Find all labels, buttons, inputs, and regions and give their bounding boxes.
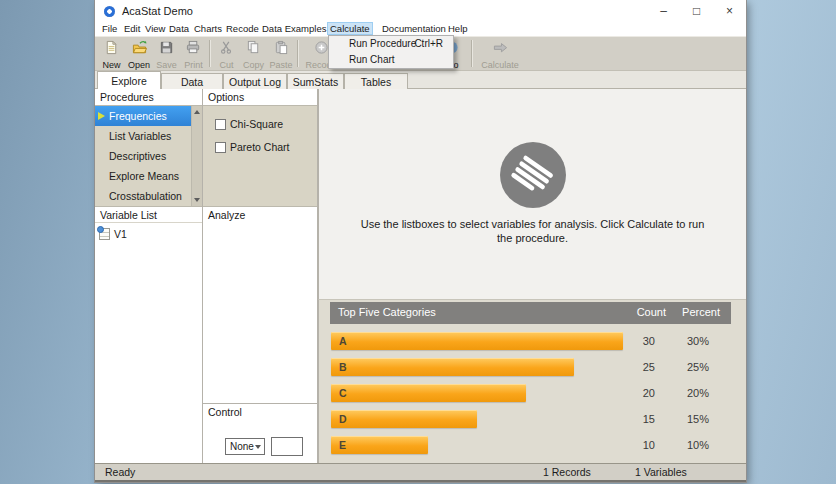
maximize-button[interactable]: □ xyxy=(680,0,713,22)
title-bar: AcaStat Demo – □ × xyxy=(95,0,746,22)
menu-edit[interactable]: Edit xyxy=(121,22,143,35)
variables-count: 1 Variables xyxy=(635,466,687,478)
count-value: 25 xyxy=(619,361,655,373)
chevron-down-icon xyxy=(255,445,261,449)
frequency-chart: Top Five Categories Count Percent A 30 3… xyxy=(318,299,746,463)
toolbar-separator xyxy=(297,40,299,67)
menu-item-run-procedure[interactable]: Run Procedure Ctrl+R xyxy=(329,36,453,52)
variable-list-header: Variable List xyxy=(95,207,202,223)
menu-data-examples[interactable]: Data Examples xyxy=(259,22,329,35)
chart-row: D 15 15% xyxy=(331,410,731,428)
toolbar-separator xyxy=(209,40,211,67)
scroll-up-icon[interactable] xyxy=(194,110,200,114)
percent-value: 20% xyxy=(665,387,709,399)
tab-data[interactable]: Data xyxy=(161,73,223,89)
recode-icon xyxy=(314,40,329,59)
menu-item-run-chart[interactable]: Run Chart xyxy=(329,52,453,68)
procedure-item-crosstabulation[interactable]: Crosstabulation xyxy=(95,186,202,206)
toolbar-separator xyxy=(471,40,473,67)
chi-square-option[interactable]: Chi-Square xyxy=(215,118,283,130)
instruction-text: Use the listboxes to select variables fo… xyxy=(353,217,713,245)
menu-documentation[interactable]: Documentation xyxy=(379,22,449,35)
options-header: Options xyxy=(203,89,317,105)
tab-output-log[interactable]: Output Log xyxy=(223,73,287,89)
count-value: 10 xyxy=(619,439,655,451)
copy-button[interactable]: Copy xyxy=(240,37,267,70)
close-button[interactable]: × xyxy=(713,0,746,22)
instruction-panel: Use the listboxes to select variables fo… xyxy=(318,89,746,299)
main-content: Procedures Frequencies List Variables De… xyxy=(95,89,746,463)
app-window: AcaStat Demo – □ × File Edit View Data C… xyxy=(95,0,746,482)
calculate-dropdown-menu: Run Procedure Ctrl+R Run Chart xyxy=(328,35,454,69)
status-text: Ready xyxy=(105,466,135,478)
records-count: 1 Records xyxy=(543,466,591,478)
calculate-arrow-icon xyxy=(492,40,509,59)
bar-c: C xyxy=(331,384,526,402)
menu-charts[interactable]: Charts xyxy=(191,22,225,35)
procedures-listbox: Frequencies List Variables Descriptives … xyxy=(95,105,202,207)
copy-icon xyxy=(246,40,261,59)
variable-item-v1[interactable]: V1 xyxy=(95,223,202,240)
procedure-item-descriptives[interactable]: Descriptives xyxy=(95,146,202,166)
checkbox-icon[interactable] xyxy=(215,119,226,130)
menu-recode[interactable]: Recode xyxy=(223,22,262,35)
procedure-item-explore-means[interactable]: Explore Means xyxy=(95,166,202,186)
menu-calculate[interactable]: Calculate xyxy=(327,22,373,35)
variable-listbox: V1 xyxy=(95,223,202,463)
percent-value: 15% xyxy=(665,413,709,425)
control-dropdown[interactable]: None xyxy=(225,438,265,455)
count-value: 30 xyxy=(619,335,655,347)
paste-button[interactable]: Paste xyxy=(267,37,295,70)
tab-strip: Explore Data Output Log SumStats Tables xyxy=(95,71,746,89)
procedures-scrollbar[interactable] xyxy=(191,106,202,206)
pareto-chart-option[interactable]: Pareto Chart xyxy=(215,141,290,153)
control-header: Control xyxy=(203,404,317,420)
bar-a: A xyxy=(331,332,623,350)
app-logo-icon xyxy=(104,6,115,17)
desktop: AcaStat Demo – □ × File Edit View Data C… xyxy=(0,0,836,484)
save-button[interactable]: Save xyxy=(153,37,180,70)
percent-value: 25% xyxy=(665,361,709,373)
analyze-listbox[interactable]: Analyze xyxy=(203,207,317,404)
cut-button[interactable]: Cut xyxy=(213,37,240,70)
menu-view[interactable]: View xyxy=(142,22,168,35)
menu-bar: File Edit View Data Charts Recode Data E… xyxy=(95,22,746,36)
menu-file[interactable]: File xyxy=(99,22,120,35)
results-area: Use the listboxes to select variables fo… xyxy=(318,89,746,463)
variable-icon xyxy=(99,228,110,240)
chart-title: Top Five Categories xyxy=(338,306,436,318)
tab-explore[interactable]: Explore xyxy=(97,71,161,89)
procedure-item-frequencies[interactable]: Frequencies xyxy=(95,106,202,126)
procedure-item-list-variables[interactable]: List Variables xyxy=(95,126,202,146)
bar-b: B xyxy=(331,358,574,376)
tab-tables[interactable]: Tables xyxy=(344,73,408,89)
options-panel: Chi-Square Pareto Chart xyxy=(203,105,317,207)
new-document-icon xyxy=(104,40,119,59)
checkbox-icon[interactable] xyxy=(215,142,226,153)
calculate-button[interactable]: Calculate xyxy=(475,37,525,70)
tab-sumstats[interactable]: SumStats xyxy=(287,73,344,89)
bar-d: D xyxy=(331,410,477,428)
window-title: AcaStat Demo xyxy=(122,5,193,17)
percent-value: 30% xyxy=(665,335,709,347)
cut-icon xyxy=(219,40,234,59)
print-icon xyxy=(186,40,201,59)
status-bar: Ready 1 Records 1 Variables xyxy=(95,463,746,480)
menu-data[interactable]: Data xyxy=(166,22,192,35)
scroll-down-icon[interactable] xyxy=(194,198,200,202)
chart-header: Top Five Categories Count Percent xyxy=(330,302,731,324)
open-folder-icon xyxy=(132,40,147,59)
percent-value: 10% xyxy=(665,439,709,451)
minimize-button[interactable]: – xyxy=(647,0,680,22)
selection-arrow-icon xyxy=(98,112,105,120)
print-button[interactable]: Print xyxy=(180,37,207,70)
open-button[interactable]: Open xyxy=(125,37,153,70)
shortcut-label: Ctrl+R xyxy=(414,38,443,49)
menu-help[interactable]: Help xyxy=(445,22,471,35)
procedures-panel: Procedures Frequencies List Variables De… xyxy=(95,89,202,463)
analyze-header: Analyze xyxy=(203,207,317,223)
new-button[interactable]: New xyxy=(98,37,125,70)
options-column: Options Chi-Square Pareto Chart Analyze … xyxy=(202,89,318,463)
control-input[interactable] xyxy=(271,437,303,456)
chart-row: E 10 10% xyxy=(331,436,731,454)
